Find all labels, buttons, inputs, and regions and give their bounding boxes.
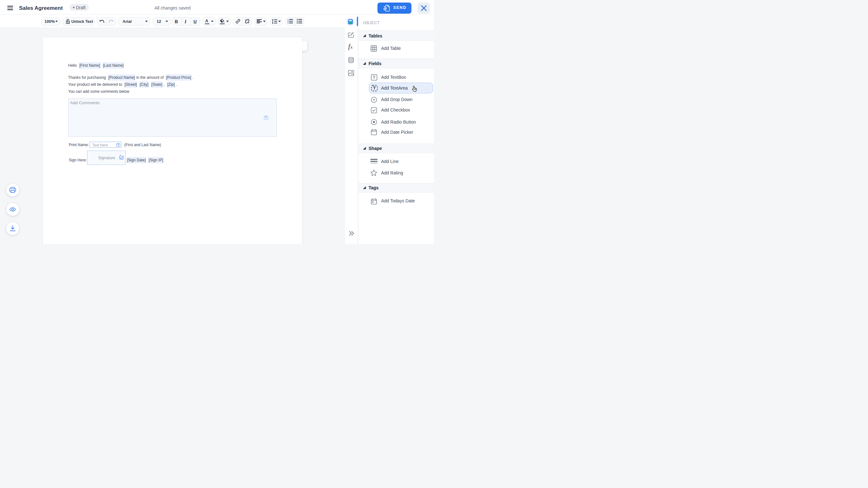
svg-text:1: 1 [287, 19, 288, 21]
svg-text:2: 2 [287, 21, 288, 22]
svg-text:3: 3 [287, 22, 288, 24]
